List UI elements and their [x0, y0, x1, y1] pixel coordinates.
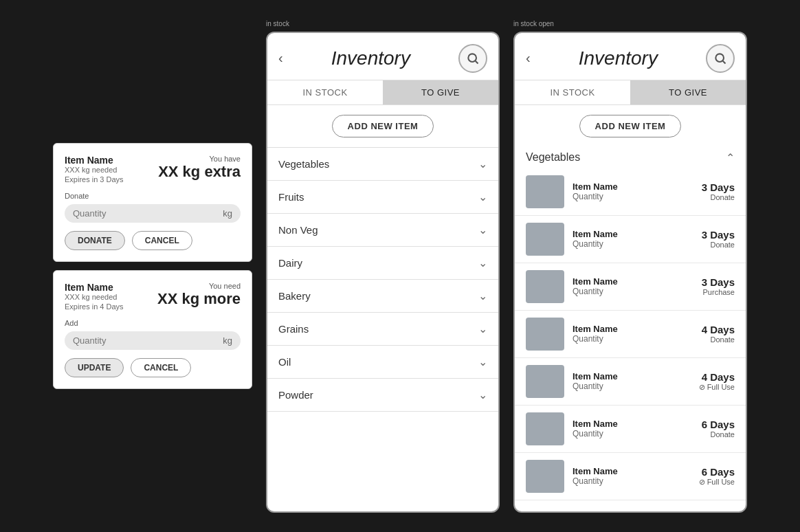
- add-new-item-button2[interactable]: ADD NEW ITEM: [579, 115, 682, 137]
- category-non-veg[interactable]: Non Veg ⌄: [267, 214, 498, 247]
- item-name-0: Item Name: [573, 181, 693, 192]
- add-new-item-button1[interactable]: ADD NEW ITEM: [332, 115, 434, 137]
- card1-cancel-button[interactable]: CANCEL: [132, 231, 192, 250]
- category-dairy[interactable]: Dairy ⌄: [267, 247, 498, 280]
- phone2-label: in stock open: [513, 20, 554, 27]
- donate-button[interactable]: DONATE: [65, 231, 125, 250]
- card1-unit: kg: [223, 208, 232, 219]
- category-non-veg-label: Non Veg: [278, 224, 318, 236]
- update-button[interactable]: UPDATE: [65, 358, 124, 377]
- item-quantity-5: Quantity: [573, 429, 693, 439]
- item-days-0: 3 Days: [702, 181, 735, 193]
- phone2-wrapper: in stock open ‹ Inventory IN STOCK TO GI…: [513, 20, 747, 513]
- category-oil-label: Oil: [278, 356, 291, 368]
- card2-add-label: Add: [65, 319, 241, 327]
- item-info-2: Item Name Quantity: [573, 276, 693, 296]
- inventory-item-3[interactable]: Item Name Quantity 4 Days Donate: [515, 311, 746, 358]
- svg-point-2: [715, 54, 724, 62]
- phone2-back-button[interactable]: ‹: [526, 50, 531, 66]
- update-card: Item Name XXX kg needed Expires in 4 Day…: [53, 270, 252, 389]
- phone2-title: Inventory: [579, 47, 658, 69]
- phone1-search-button[interactable]: [458, 44, 487, 73]
- item-right-3: 4 Days Donate: [702, 324, 735, 344]
- item-image-5: [526, 412, 564, 445]
- item-action-6: ⊘ Full Use: [699, 478, 735, 487]
- item-name-1: Item Name: [573, 229, 693, 239]
- chevron-down-dairy: ⌄: [478, 256, 487, 269]
- inventory-item-2[interactable]: Item Name Quantity 3 Days Purchase: [515, 263, 746, 311]
- item-info-5: Item Name Quantity: [573, 419, 693, 439]
- item-quantity-4: Quantity: [573, 381, 691, 391]
- item-action-4: ⊘ Full Use: [699, 383, 735, 392]
- svg-line-3: [723, 60, 726, 63]
- category-fruits[interactable]: Fruits ⌄: [267, 181, 498, 214]
- phone1-header: ‹ Inventory: [267, 33, 498, 80]
- item-name-4: Item Name: [573, 371, 691, 381]
- item-image-2: [526, 270, 564, 303]
- tab-in-stock[interactable]: IN STOCK: [267, 80, 383, 104]
- category-powder[interactable]: Powder ⌄: [267, 379, 498, 412]
- item-info-3: Item Name Quantity: [573, 324, 693, 344]
- category-grains-label: Grains: [278, 323, 309, 335]
- card2-item-name: Item Name: [65, 282, 124, 293]
- item-quantity-2: Quantity: [573, 287, 693, 296]
- phone1-label: in stock: [266, 20, 289, 27]
- inventory-item-1[interactable]: Item Name Quantity 3 Days Donate: [515, 216, 746, 263]
- phone1-back-button[interactable]: ‹: [278, 50, 283, 66]
- category-grains[interactable]: Grains ⌄: [267, 313, 498, 346]
- phone2-tab-to-give[interactable]: TO GIVE: [630, 80, 746, 104]
- item-image-4: [526, 365, 564, 398]
- item-days-4: 4 Days: [699, 371, 735, 383]
- donate-card: Item Name XXX kg needed Expires in 3 Day…: [53, 143, 252, 262]
- item-days-5: 6 Days: [702, 419, 735, 430]
- item-image-0: [526, 175, 564, 208]
- card1-input-row: kg: [65, 204, 241, 223]
- card1-quantity-input[interactable]: [73, 208, 223, 219]
- search-icon: [466, 52, 480, 65]
- category-bakery[interactable]: Bakery ⌄: [267, 280, 498, 313]
- chevron-down-fruits: ⌄: [478, 190, 487, 203]
- card2-cancel-button[interactable]: CANCEL: [131, 358, 191, 377]
- tab-to-give[interactable]: TO GIVE: [383, 80, 498, 104]
- chevron-down-non-veg: ⌄: [478, 223, 487, 236]
- card1-donate-label: Donate: [65, 192, 241, 200]
- item-action-2: Purchase: [702, 288, 735, 296]
- item-name-5: Item Name: [573, 419, 693, 429]
- phone2-search-button[interactable]: [706, 44, 735, 73]
- phone2-tab-in-stock[interactable]: IN STOCK: [515, 80, 630, 104]
- item-days-1: 3 Days: [702, 229, 735, 241]
- card2-quantity-input[interactable]: [73, 335, 223, 346]
- chevron-up-vegetables: ⌃: [726, 151, 735, 164]
- category-powder-label: Powder: [278, 389, 313, 401]
- item-image-3: [526, 318, 564, 351]
- item-name-2: Item Name: [573, 276, 693, 287]
- item-right-4: 4 Days ⊘ Full Use: [699, 371, 735, 392]
- card1-buttons: DONATE CANCEL: [65, 231, 241, 250]
- chevron-down-bakery: ⌄: [478, 289, 487, 302]
- item-quantity-6: Quantity: [573, 476, 691, 486]
- chevron-down-powder: ⌄: [478, 388, 487, 401]
- inventory-list: Vegetables ⌃ Item Name Quantity 3 Days D…: [515, 143, 746, 511]
- inventory-item-6[interactable]: Item Name Quantity 6 Days ⊘ Full Use: [515, 453, 746, 500]
- category-oil[interactable]: Oil ⌄: [267, 346, 498, 379]
- chevron-down-vegetables: ⌄: [478, 157, 487, 170]
- card2-you-need: You need: [157, 282, 241, 290]
- item-info-4: Item Name Quantity: [573, 371, 691, 391]
- card1-you-have: You have: [158, 155, 241, 163]
- phone1-tabs: IN STOCK TO GIVE: [267, 80, 498, 105]
- inventory-item-4[interactable]: Item Name Quantity 4 Days ⊘ Full Use: [515, 358, 746, 406]
- card1-expires: Expires in 3 Days: [65, 175, 124, 184]
- item-right-1: 3 Days Donate: [702, 229, 735, 249]
- inventory-item-0[interactable]: Item Name Quantity 3 Days Donate: [515, 168, 746, 216]
- item-image-1: [526, 223, 564, 256]
- item-info-0: Item Name Quantity: [573, 181, 693, 201]
- item-action-1: Donate: [702, 241, 735, 249]
- item-info-6: Item Name Quantity: [573, 466, 691, 486]
- inventory-item-5[interactable]: Item Name Quantity 6 Days Donate: [515, 406, 746, 453]
- card2-kg-needed: XXX kg needed: [65, 293, 124, 301]
- category-vegetables[interactable]: Vegetables ⌄: [267, 148, 498, 181]
- card1-item-name: Item Name: [65, 155, 124, 166]
- item-days-3: 4 Days: [702, 324, 735, 335]
- vegetables-section-header[interactable]: Vegetables ⌃: [515, 143, 746, 168]
- phone2-header: ‹ Inventory: [515, 33, 746, 80]
